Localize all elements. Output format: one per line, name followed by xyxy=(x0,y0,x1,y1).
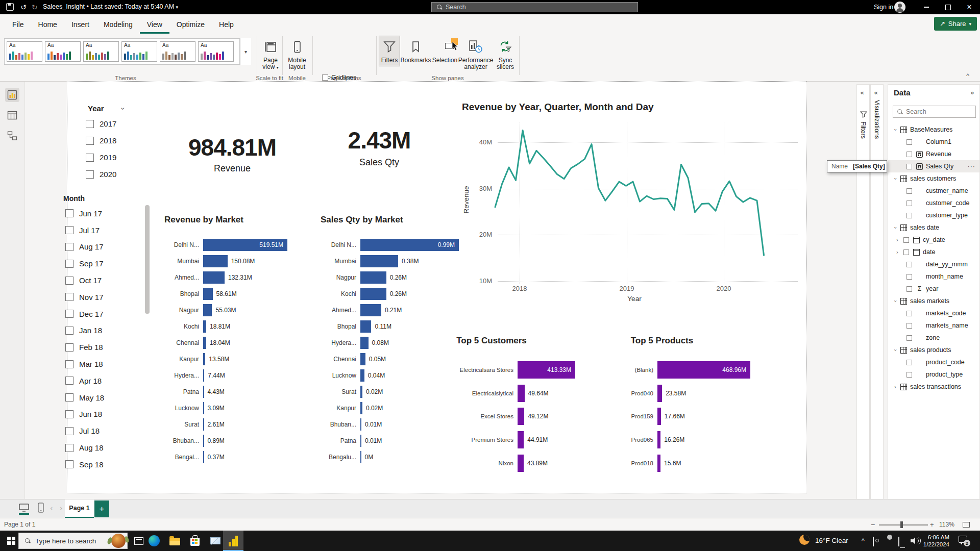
checkbox-box[interactable] xyxy=(86,120,94,128)
file-explorer-button[interactable] xyxy=(169,535,180,546)
field-checkbox[interactable] xyxy=(906,201,912,206)
bar[interactable] xyxy=(203,353,205,365)
zoom-slider-track[interactable] xyxy=(879,524,928,525)
bar[interactable] xyxy=(203,451,204,463)
selection-button[interactable]: Selection xyxy=(431,36,458,66)
checkbox-box[interactable] xyxy=(65,460,74,468)
page-view-button[interactable]: Pageview ▾ xyxy=(258,36,283,73)
field-checkbox[interactable] xyxy=(903,249,909,255)
next-page-icon[interactable]: › xyxy=(60,504,63,512)
document-title[interactable]: Salees_Insight • Last saved: Today at 5:… xyxy=(43,3,178,10)
checkbox-box[interactable] xyxy=(65,327,74,335)
microsoft-store-button[interactable] xyxy=(189,535,201,546)
checkbox-box[interactable] xyxy=(65,427,74,435)
bar[interactable] xyxy=(203,435,204,447)
checkbox-box[interactable] xyxy=(86,154,94,162)
report-view-button[interactable] xyxy=(5,88,19,102)
clock[interactable]: 6:06 AM1/22/2024 xyxy=(919,534,949,548)
page-tab[interactable]: Page 1 xyxy=(65,499,94,518)
themes-gallery-expand-button[interactable]: ▾ xyxy=(240,38,251,65)
bar[interactable] xyxy=(203,271,225,284)
weather-moon-icon[interactable] xyxy=(799,535,810,545)
bar[interactable] xyxy=(360,271,386,284)
field-month-name[interactable]: month_name xyxy=(888,270,979,283)
new-page-button[interactable]: + xyxy=(94,500,109,517)
checkbox-gridlines[interactable]: Gridlines xyxy=(322,74,356,81)
theme-thumbnail-2[interactable]: Aa xyxy=(45,41,81,62)
month-option-jul-17[interactable]: Jul 17 xyxy=(65,222,104,239)
month-option-may-18[interactable]: May 18 xyxy=(65,389,104,406)
model-view-button[interactable] xyxy=(5,129,19,143)
menu-tab-file[interactable]: File xyxy=(5,15,31,34)
menu-tab-optimize[interactable]: Optimize xyxy=(169,15,212,34)
checkbox-box[interactable] xyxy=(65,226,74,234)
table-sales-date[interactable]: ›sales date xyxy=(888,221,979,234)
bar[interactable] xyxy=(203,288,213,300)
field-checkbox[interactable] xyxy=(906,262,912,267)
field-markets-name[interactable]: markets_name xyxy=(888,319,979,332)
chevron-down-icon[interactable]: › xyxy=(119,107,127,110)
month-option-jun-18[interactable]: Jun 18 xyxy=(65,406,104,423)
field-checkbox[interactable] xyxy=(906,323,912,329)
fit-to-page-icon[interactable] xyxy=(963,522,970,528)
save-icon[interactable] xyxy=(6,3,14,11)
bar[interactable] xyxy=(360,353,365,365)
bar[interactable] xyxy=(518,408,524,425)
bar[interactable] xyxy=(657,408,661,425)
field-checkbox[interactable] xyxy=(903,237,909,243)
bar[interactable] xyxy=(203,320,206,333)
bar[interactable] xyxy=(518,385,525,402)
bar[interactable] xyxy=(360,435,361,447)
show-hidden-icons-button[interactable]: ^ xyxy=(862,537,865,544)
menu-tab-insert[interactable]: Insert xyxy=(64,15,96,34)
edge-browser-button[interactable] xyxy=(149,535,160,546)
revenue-line-series[interactable] xyxy=(493,121,771,290)
field-checkbox[interactable] xyxy=(906,335,912,341)
field-checkbox[interactable] xyxy=(906,213,912,218)
bar[interactable] xyxy=(657,431,660,448)
bar[interactable] xyxy=(203,386,204,398)
bar[interactable] xyxy=(360,288,386,300)
month-option-apr-18[interactable]: Apr 18 xyxy=(65,372,104,389)
field-year[interactable]: Σyear xyxy=(888,283,979,295)
field-zone[interactable]: zone xyxy=(888,332,979,344)
expand-visualizations-icon[interactable]: « xyxy=(874,89,878,96)
filters-pane-collapsed[interactable]: « Filters xyxy=(856,84,870,508)
bar[interactable] xyxy=(518,455,524,472)
bar[interactable] xyxy=(203,418,204,431)
chevron-icon[interactable]: › xyxy=(892,347,899,353)
maximize-button[interactable] xyxy=(937,0,959,14)
checkbox-box[interactable] xyxy=(86,137,94,145)
table-sales-transactions[interactable]: ›sales transactions xyxy=(888,381,979,393)
theme-thumbnail-1[interactable]: Aa xyxy=(7,41,42,62)
bar[interactable] xyxy=(203,402,204,414)
field-product-code[interactable]: product_code xyxy=(888,356,979,368)
month-slicer-scrollbar[interactable] xyxy=(145,205,150,314)
field-column1[interactable]: Column1 xyxy=(888,136,979,148)
bookmarks-button[interactable]: Bookmarks xyxy=(401,36,430,66)
field-revenue[interactable]: Revenue xyxy=(888,148,979,160)
zoom-in-button[interactable]: + xyxy=(930,521,934,529)
power-bi-app-button[interactable] xyxy=(223,531,243,551)
month-option-dec-17[interactable]: Dec 17 xyxy=(65,306,104,322)
bar[interactable] xyxy=(203,337,206,349)
year-option-2019[interactable]: 2019 xyxy=(86,149,116,166)
screen-snip-tray-icon[interactable] xyxy=(873,537,874,546)
bar[interactable] xyxy=(360,304,381,316)
mail-button[interactable] xyxy=(210,535,221,546)
month-option-oct-17[interactable]: Oct 17 xyxy=(65,272,104,289)
bar[interactable] xyxy=(203,255,228,267)
checkbox-box[interactable] xyxy=(65,293,74,301)
month-option-aug-18[interactable]: Aug 18 xyxy=(65,439,104,456)
bar[interactable] xyxy=(360,418,361,431)
chevron-icon[interactable]: › xyxy=(892,176,899,182)
data-search-input[interactable]: Search xyxy=(893,106,976,118)
undo-icon[interactable]: ↺ xyxy=(20,3,27,11)
mobile-layout-button[interactable]: Mobilelayout xyxy=(284,36,310,73)
table-sales-markets[interactable]: ›sales markets xyxy=(888,295,979,307)
field-date[interactable]: ›date xyxy=(888,246,979,258)
month-option-mar-18[interactable]: Mar 18 xyxy=(65,356,104,372)
field-checkbox[interactable] xyxy=(906,286,912,292)
close-button[interactable]: × xyxy=(959,0,980,14)
account-avatar[interactable] xyxy=(894,2,905,13)
